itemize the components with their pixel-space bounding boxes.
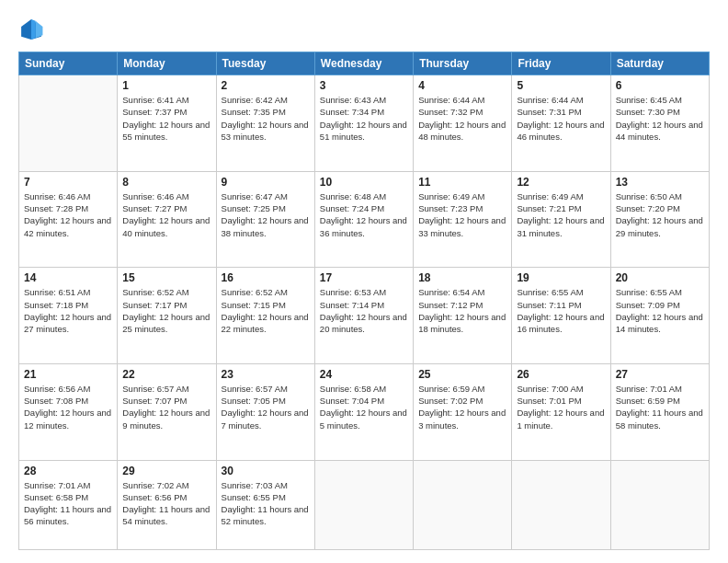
day-info: Sunrise: 7:03 AMSunset: 6:55 PMDaylight:… [222, 479, 310, 528]
day-number: 25 [418, 368, 506, 381]
day-info: Sunrise: 6:53 AMSunset: 7:14 PMDaylight:… [320, 286, 408, 335]
day-number: 27 [616, 368, 704, 381]
day-number: 9 [222, 176, 310, 189]
day-number: 3 [320, 79, 408, 92]
day-number: 12 [517, 176, 605, 189]
day-info: Sunrise: 6:44 AMSunset: 7:32 PMDaylight:… [418, 94, 506, 143]
week-row-3: 14Sunrise: 6:51 AMSunset: 7:18 PMDayligh… [19, 268, 710, 364]
calendar-cell: 8Sunrise: 6:46 AMSunset: 7:27 PMDaylight… [118, 171, 216, 268]
day-info: Sunrise: 6:49 AMSunset: 7:21 PMDaylight:… [517, 190, 605, 239]
day-number: 30 [222, 465, 310, 477]
calendar-cell: 24Sunrise: 6:58 AMSunset: 7:04 PMDayligh… [314, 363, 413, 460]
day-number: 17 [320, 271, 408, 284]
calendar-cell: 16Sunrise: 6:52 AMSunset: 7:15 PMDayligh… [216, 268, 314, 364]
day-number: 7 [24, 176, 112, 189]
calendar-cell [512, 460, 610, 550]
page: SundayMondayTuesdayWednesdayThursdayFrid… [0, 0, 728, 563]
calendar-cell: 12Sunrise: 6:49 AMSunset: 7:21 PMDayligh… [512, 171, 610, 268]
day-info: Sunrise: 6:57 AMSunset: 7:07 PMDaylight:… [122, 383, 210, 431]
header [18, 17, 710, 42]
day-info: Sunrise: 6:54 AMSunset: 7:12 PMDaylight:… [418, 286, 506, 335]
day-info: Sunrise: 7:01 AMSunset: 6:59 PMDaylight:… [616, 383, 704, 431]
day-info: Sunrise: 7:02 AMSunset: 6:56 PMDaylight:… [122, 479, 210, 528]
day-number: 10 [320, 176, 408, 189]
day-number: 11 [418, 176, 506, 189]
day-number: 4 [418, 79, 506, 92]
calendar-cell: 14Sunrise: 6:51 AMSunset: 7:18 PMDayligh… [19, 268, 118, 364]
day-header-wednesday: Wednesday [314, 52, 413, 75]
calendar-cell: 21Sunrise: 6:56 AMSunset: 7:08 PMDayligh… [19, 363, 118, 460]
day-number: 15 [122, 271, 210, 284]
day-info: Sunrise: 7:01 AMSunset: 6:58 PMDaylight:… [24, 479, 112, 528]
day-info: Sunrise: 7:00 AMSunset: 7:01 PMDaylight:… [517, 383, 605, 431]
day-header-tuesday: Tuesday [216, 52, 314, 75]
day-info: Sunrise: 6:51 AMSunset: 7:18 PMDaylight:… [24, 286, 112, 335]
calendar-cell [314, 460, 413, 550]
calendar-cell: 11Sunrise: 6:49 AMSunset: 7:23 PMDayligh… [414, 171, 512, 268]
day-info: Sunrise: 6:44 AMSunset: 7:31 PMDaylight:… [517, 94, 605, 143]
day-info: Sunrise: 6:57 AMSunset: 7:05 PMDaylight:… [222, 383, 310, 431]
calendar-cell: 30Sunrise: 7:03 AMSunset: 6:55 PMDayligh… [216, 460, 314, 550]
day-number: 22 [122, 368, 210, 381]
day-info: Sunrise: 6:56 AMSunset: 7:08 PMDaylight:… [24, 383, 112, 431]
calendar-cell: 2Sunrise: 6:42 AMSunset: 7:35 PMDaylight… [216, 75, 314, 172]
week-row-2: 7Sunrise: 6:46 AMSunset: 7:28 PMDaylight… [19, 171, 710, 268]
calendar-cell: 9Sunrise: 6:47 AMSunset: 7:25 PMDaylight… [216, 171, 314, 268]
day-info: Sunrise: 6:48 AMSunset: 7:24 PMDaylight:… [320, 190, 408, 239]
calendar-header-row: SundayMondayTuesdayWednesdayThursdayFrid… [19, 52, 710, 75]
calendar-cell: 18Sunrise: 6:54 AMSunset: 7:12 PMDayligh… [414, 268, 512, 364]
calendar-cell [414, 460, 512, 550]
day-number: 26 [517, 368, 605, 381]
day-info: Sunrise: 6:55 AMSunset: 7:11 PMDaylight:… [517, 286, 605, 335]
calendar-cell: 23Sunrise: 6:57 AMSunset: 7:05 PMDayligh… [216, 363, 314, 460]
day-info: Sunrise: 6:43 AMSunset: 7:34 PMDaylight:… [320, 94, 408, 143]
calendar-cell: 20Sunrise: 6:55 AMSunset: 7:09 PMDayligh… [610, 268, 709, 364]
calendar-cell: 22Sunrise: 6:57 AMSunset: 7:07 PMDayligh… [118, 363, 216, 460]
day-info: Sunrise: 6:42 AMSunset: 7:35 PMDaylight:… [222, 94, 310, 143]
svg-marker-1 [36, 21, 43, 39]
day-info: Sunrise: 6:49 AMSunset: 7:23 PMDaylight:… [418, 190, 506, 239]
calendar-body: 1Sunrise: 6:41 AMSunset: 7:37 PMDaylight… [19, 75, 710, 550]
day-number: 13 [616, 176, 704, 189]
calendar-cell: 1Sunrise: 6:41 AMSunset: 7:37 PMDaylight… [118, 75, 216, 172]
day-info: Sunrise: 6:46 AMSunset: 7:28 PMDaylight:… [24, 190, 112, 239]
day-info: Sunrise: 6:55 AMSunset: 7:09 PMDaylight:… [616, 286, 704, 335]
calendar-table: SundayMondayTuesdayWednesdayThursdayFrid… [18, 52, 710, 550]
day-info: Sunrise: 6:45 AMSunset: 7:30 PMDaylight:… [616, 94, 704, 143]
day-number: 16 [222, 271, 310, 284]
day-number: 14 [24, 271, 112, 284]
calendar-cell: 28Sunrise: 7:01 AMSunset: 6:58 PMDayligh… [19, 460, 118, 550]
calendar-cell: 27Sunrise: 7:01 AMSunset: 6:59 PMDayligh… [610, 363, 709, 460]
calendar-cell: 29Sunrise: 7:02 AMSunset: 6:56 PMDayligh… [118, 460, 216, 550]
calendar-cell: 10Sunrise: 6:48 AMSunset: 7:24 PMDayligh… [314, 171, 413, 268]
day-info: Sunrise: 6:52 AMSunset: 7:17 PMDaylight:… [122, 286, 210, 335]
day-header-sunday: Sunday [19, 52, 118, 75]
day-number: 6 [616, 79, 704, 92]
calendar-cell: 6Sunrise: 6:45 AMSunset: 7:30 PMDaylight… [610, 75, 709, 172]
calendar-cell: 5Sunrise: 6:44 AMSunset: 7:31 PMDaylight… [512, 75, 610, 172]
day-header-monday: Monday [118, 52, 216, 75]
day-number: 20 [616, 271, 704, 284]
day-number: 1 [122, 79, 210, 92]
day-number: 24 [320, 368, 408, 381]
day-number: 2 [222, 79, 310, 92]
calendar-cell: 19Sunrise: 6:55 AMSunset: 7:11 PMDayligh… [512, 268, 610, 364]
day-info: Sunrise: 6:52 AMSunset: 7:15 PMDaylight:… [222, 286, 310, 335]
day-number: 8 [122, 176, 210, 189]
day-info: Sunrise: 6:50 AMSunset: 7:20 PMDaylight:… [616, 190, 704, 239]
svg-marker-2 [31, 19, 36, 40]
calendar-cell: 4Sunrise: 6:44 AMSunset: 7:32 PMDaylight… [414, 75, 512, 172]
calendar-cell: 13Sunrise: 6:50 AMSunset: 7:20 PMDayligh… [610, 171, 709, 268]
day-number: 19 [517, 271, 605, 284]
day-number: 5 [517, 79, 605, 92]
day-number: 28 [24, 465, 112, 477]
day-header-thursday: Thursday [414, 52, 512, 75]
day-number: 21 [24, 368, 112, 381]
logo [18, 17, 48, 42]
week-row-4: 21Sunrise: 6:56 AMSunset: 7:08 PMDayligh… [19, 363, 710, 460]
week-row-1: 1Sunrise: 6:41 AMSunset: 7:37 PMDaylight… [19, 75, 710, 172]
calendar-cell: 17Sunrise: 6:53 AMSunset: 7:14 PMDayligh… [314, 268, 413, 364]
logo-icon [18, 17, 44, 42]
day-info: Sunrise: 6:46 AMSunset: 7:27 PMDaylight:… [122, 190, 210, 239]
day-info: Sunrise: 6:58 AMSunset: 7:04 PMDaylight:… [320, 383, 408, 431]
